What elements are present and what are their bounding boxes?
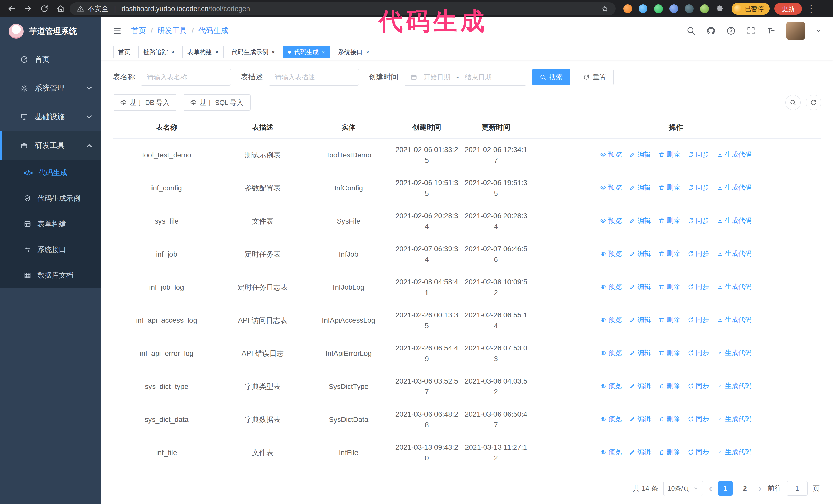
font-size-icon[interactable] <box>766 26 776 35</box>
app-logo[interactable]: 芋道管理系统 <box>0 18 101 45</box>
tab-system-api[interactable]: 系统接口 <box>333 46 374 58</box>
generate-code-link[interactable]: 生成代码 <box>717 414 752 424</box>
extension-icon[interactable] <box>623 4 632 13</box>
sidebar-item-system-api[interactable]: 系统接口 <box>0 237 101 263</box>
sidebar-item-infra[interactable]: 基础设施 <box>0 102 101 131</box>
sync-link[interactable]: 同步 <box>688 216 709 225</box>
sync-link[interactable]: 同步 <box>688 348 709 358</box>
generate-code-link[interactable]: 生成代码 <box>717 381 752 391</box>
delete-link[interactable]: 删除 <box>659 282 680 292</box>
generate-code-link[interactable]: 生成代码 <box>717 216 752 225</box>
browser-update-button[interactable]: 更新 <box>774 3 802 15</box>
sidebar-item-system[interactable]: 系统管理 <box>0 74 101 102</box>
delete-link[interactable]: 删除 <box>659 149 680 160</box>
address-bar[interactable]: 不安全 | dashboard.yudao.iocoder.cn/tool/co… <box>70 2 616 15</box>
extension-icon[interactable] <box>685 4 694 13</box>
page-size-select[interactable]: 10条/页 <box>663 481 703 496</box>
page-button-2[interactable]: 2 <box>738 481 752 496</box>
table-desc-input[interactable] <box>269 69 359 86</box>
edit-link[interactable]: 编辑 <box>629 348 651 358</box>
generate-code-link[interactable]: 生成代码 <box>717 282 752 292</box>
sync-link[interactable]: 同步 <box>688 183 709 193</box>
table-name-input[interactable] <box>141 69 231 86</box>
browser-menu-icon[interactable] <box>807 3 812 14</box>
import-sql-button[interactable]: 基于 SQL 导入 <box>183 94 251 111</box>
sync-link[interactable]: 同步 <box>688 414 709 424</box>
extension-icon[interactable] <box>654 4 663 13</box>
delete-link[interactable]: 删除 <box>659 381 680 391</box>
tab-codegen[interactable]: 代码生成 <box>283 46 330 58</box>
generate-code-link[interactable]: 生成代码 <box>717 315 752 325</box>
tab-trace[interactable]: 链路追踪 <box>138 46 180 58</box>
generate-code-link[interactable]: 生成代码 <box>717 183 752 193</box>
edit-link[interactable]: 编辑 <box>629 315 651 325</box>
preview-link[interactable]: 预览 <box>600 381 622 391</box>
reset-button[interactable]: 重置 <box>576 69 614 86</box>
edit-link[interactable]: 编辑 <box>629 381 651 391</box>
delete-link[interactable]: 删除 <box>659 249 680 259</box>
delete-link[interactable]: 删除 <box>659 216 680 225</box>
sync-link[interactable]: 同步 <box>688 315 709 325</box>
next-page-button[interactable]: › <box>757 483 763 493</box>
delete-link[interactable]: 删除 <box>659 348 680 358</box>
reload-icon[interactable] <box>40 4 49 13</box>
home-icon[interactable] <box>56 4 65 13</box>
sync-link[interactable]: 同步 <box>688 149 709 160</box>
sidebar-item-db-doc[interactable]: 数据库文档 <box>0 263 101 288</box>
close-icon[interactable] <box>322 49 325 55</box>
preview-link[interactable]: 预览 <box>600 414 622 424</box>
preview-link[interactable]: 预览 <box>600 315 622 325</box>
goto-page-input[interactable] <box>787 481 808 496</box>
delete-link[interactable]: 删除 <box>659 414 680 424</box>
sync-link[interactable]: 同步 <box>688 249 709 259</box>
search-button[interactable]: 搜索 <box>532 69 570 86</box>
delete-link[interactable]: 删除 <box>659 447 680 457</box>
close-icon[interactable] <box>366 49 369 55</box>
edit-link[interactable]: 编辑 <box>629 216 651 225</box>
edit-link[interactable]: 编辑 <box>629 447 651 457</box>
preview-link[interactable]: 预览 <box>600 183 622 193</box>
delete-link[interactable]: 删除 <box>659 315 680 325</box>
search-icon[interactable] <box>686 26 696 35</box>
extensions-puzzle-icon[interactable] <box>716 5 724 13</box>
preview-link[interactable]: 预览 <box>600 282 622 292</box>
preview-link[interactable]: 预览 <box>600 216 622 225</box>
prev-page-button[interactable]: ‹ <box>708 483 713 493</box>
generate-code-link[interactable]: 生成代码 <box>717 149 752 160</box>
chevron-down-icon[interactable] <box>815 28 822 34</box>
preview-link[interactable]: 预览 <box>600 249 622 259</box>
tab-codegen-example[interactable]: 代码生成示例 <box>227 46 280 58</box>
sidebar-item-devtools[interactable]: 研发工具 <box>0 131 101 160</box>
refresh-table-button[interactable] <box>806 95 821 110</box>
sync-link[interactable]: 同步 <box>688 381 709 391</box>
preview-link[interactable]: 预览 <box>600 149 622 160</box>
bookmark-star-icon[interactable] <box>601 5 609 12</box>
back-icon[interactable] <box>7 4 16 13</box>
sidebar-item-codegen-example[interactable]: 代码生成示例 <box>0 186 101 211</box>
edit-link[interactable]: 编辑 <box>629 282 651 292</box>
close-icon[interactable] <box>171 49 174 55</box>
extension-icon[interactable] <box>700 4 709 13</box>
edit-link[interactable]: 编辑 <box>629 183 651 193</box>
breadcrumb-home[interactable]: 首页 <box>131 26 146 36</box>
fullscreen-icon[interactable] <box>746 26 756 35</box>
close-icon[interactable] <box>215 49 219 55</box>
toggle-search-button[interactable] <box>785 95 801 110</box>
import-db-button[interactable]: 基于 DB 导入 <box>113 94 177 111</box>
hamburger-icon[interactable] <box>112 26 122 35</box>
delete-link[interactable]: 删除 <box>659 183 680 193</box>
close-icon[interactable] <box>271 49 275 55</box>
date-range-picker[interactable]: 开始日期 - 结束日期 <box>404 69 526 86</box>
extension-icon[interactable] <box>639 4 647 13</box>
forward-icon[interactable] <box>24 4 32 13</box>
tab-form-builder[interactable]: 表单构建 <box>183 46 223 58</box>
tab-home[interactable]: 首页 <box>113 46 135 58</box>
sync-link[interactable]: 同步 <box>688 282 709 292</box>
github-icon[interactable] <box>706 26 716 35</box>
edit-link[interactable]: 编辑 <box>629 149 651 160</box>
extension-icon[interactable] <box>669 4 678 13</box>
preview-link[interactable]: 预览 <box>600 348 622 358</box>
avatar[interactable] <box>786 22 805 40</box>
edit-link[interactable]: 编辑 <box>629 249 651 259</box>
edit-link[interactable]: 编辑 <box>629 414 651 424</box>
